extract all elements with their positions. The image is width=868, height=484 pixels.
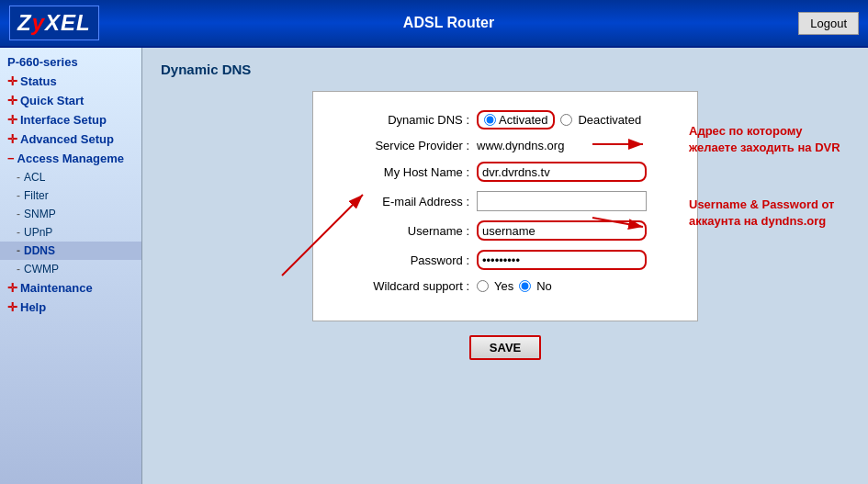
sidebar-item-interfacesetup[interactable]: ✛Interface Setup (0, 110, 141, 129)
annotation-1: Адрес по которому желаете заходить на DV… (689, 123, 840, 156)
email-row: E-mail Address : (341, 191, 670, 211)
username-input[interactable] (477, 220, 647, 241)
wildcard-row: Wildcard support : Yes No (341, 279, 670, 293)
email-input[interactable] (477, 191, 647, 211)
wildcard-yes-label: Yes (494, 279, 513, 293)
sidebar-item-label: ACL (24, 171, 45, 184)
save-row: SAVE (161, 335, 850, 360)
host-name-row: My Host Name : (341, 162, 670, 182)
header-title: ADSL Router (99, 15, 799, 31)
dash-icon: - (17, 226, 20, 239)
dynamic-dns-row: Dynamic DNS : Activated Deactivated (341, 110, 670, 129)
dash-icon: - (17, 244, 20, 257)
host-name-label: My Host Name : (341, 165, 469, 179)
sidebar-item-ddns[interactable]: -DDNS (0, 242, 141, 260)
activated-option: Activated (477, 110, 555, 129)
plus-icon: ✛ (7, 113, 17, 127)
dns-radio-group: Activated Deactivated (477, 110, 641, 129)
page-title: Dynamic DNS (161, 62, 850, 77)
minus-icon: − (7, 152, 15, 165)
sidebar-item-label: Quick Start (20, 94, 84, 107)
password-input[interactable] (477, 250, 647, 270)
sidebar-item-label: UPnP (24, 226, 52, 239)
header: ZyXEL ADSL Router Logout (0, 0, 868, 48)
annotation-2-text: Username & Password от аккаунта на dyndn… (689, 197, 835, 228)
sidebar-item-label: Interface Setup (20, 113, 107, 127)
password-row: Password : (341, 250, 670, 270)
sidebar-item-status[interactable]: ✛Status (0, 72, 141, 91)
plus-icon: ✛ (7, 281, 17, 295)
wildcard-radio-group: Yes No (477, 279, 552, 293)
sidebar: P-660-series ✛Status ✛Quick Start ✛Inter… (0, 48, 142, 484)
service-provider-value: www.dyndns.org (477, 139, 564, 152)
sidebar-item-label: P-660-series (7, 55, 78, 69)
plus-icon: ✛ (7, 74, 17, 88)
activated-label: Activated (499, 113, 547, 127)
plus-icon: ✛ (7, 132, 17, 146)
dynamic-dns-label: Dynamic DNS : (341, 113, 469, 127)
plus-icon: ✛ (7, 300, 17, 314)
sidebar-item-label: Advanced Setup (20, 132, 114, 146)
sidebar-item-maintenance[interactable]: ✛Maintenance (0, 278, 141, 298)
main-container: P-660-series ✛Status ✛Quick Start ✛Inter… (0, 48, 868, 484)
wildcard-no-radio[interactable] (519, 280, 531, 292)
activated-radio[interactable] (484, 114, 496, 126)
dash-icon: - (17, 208, 20, 220)
sidebar-item-p660[interactable]: P-660-series (0, 52, 141, 72)
username-row: Username : (341, 220, 670, 241)
sidebar-item-help[interactable]: ✛Help (0, 298, 141, 317)
service-provider-label: Service Provider : (341, 139, 469, 152)
dash-icon: - (17, 171, 20, 184)
sidebar-item-quickstart[interactable]: ✛Quick Start (0, 91, 141, 110)
sidebar-item-label: SNMP (24, 208, 56, 220)
form-panel: Dynamic DNS : Activated Deactivated Serv… (312, 91, 698, 321)
sidebar-item-label: DDNS (24, 244, 55, 257)
sidebar-item-acl[interactable]: -ACL (0, 168, 141, 186)
content-area: Dynamic DNS Dynamic DNS : Activated Deac… (142, 48, 868, 484)
sidebar-item-label: Access Manageme (17, 152, 124, 165)
logo: ZyXEL (9, 6, 99, 40)
dash-icon: - (17, 189, 20, 202)
sidebar-item-advancedsetup[interactable]: ✛Advanced Setup (0, 129, 141, 149)
plus-icon: ✛ (7, 94, 17, 107)
save-button[interactable]: SAVE (469, 335, 541, 360)
sidebar-item-upnp[interactable]: -UPnP (0, 223, 141, 242)
logout-button[interactable]: Logout (798, 12, 859, 35)
wildcard-label: Wildcard support : (341, 279, 469, 293)
sidebar-item-label: Filter (24, 189, 49, 202)
sidebar-item-snmp[interactable]: -SNMP (0, 205, 141, 223)
sidebar-item-label: Maintenance (20, 281, 93, 295)
username-label: Username : (341, 224, 469, 238)
host-name-input[interactable] (477, 162, 647, 182)
deactivated-radio[interactable] (560, 114, 572, 126)
sidebar-item-cwmp[interactable]: -CWMP (0, 260, 141, 278)
sidebar-item-filter[interactable]: -Filter (0, 186, 141, 205)
sidebar-item-label: Status (20, 74, 57, 88)
deactivated-label: Deactivated (578, 113, 641, 127)
annotation-1-text: Адрес по которому желаете заходить на DV… (689, 124, 840, 154)
service-provider-row: Service Provider : www.dyndns.org (341, 139, 670, 152)
password-label: Password : (341, 253, 469, 267)
sidebar-item-accessmgmt[interactable]: −Access Manageme (0, 149, 141, 168)
logo-text: ZyXEL (17, 10, 91, 35)
email-label: E-mail Address : (341, 195, 469, 208)
dash-icon: - (17, 263, 20, 276)
sidebar-item-label: CWMP (24, 263, 59, 276)
wildcard-no-label: No (536, 279, 552, 293)
annotation-2: Username & Password от аккаунта на dyndn… (689, 197, 840, 230)
sidebar-item-label: Help (20, 300, 46, 314)
wildcard-yes-radio[interactable] (477, 280, 489, 292)
